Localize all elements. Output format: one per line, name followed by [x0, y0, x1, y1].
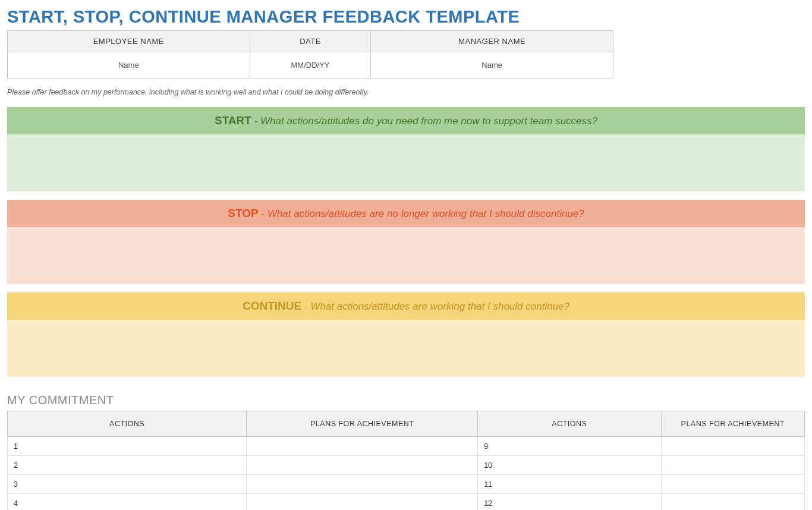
table-row: 4 12: [8, 494, 805, 511]
commit-action-right[interactable]: 10: [478, 456, 661, 475]
stop-input-area[interactable]: [7, 227, 805, 284]
start-header: START - What actions/attitudes do you ne…: [7, 107, 805, 134]
continue-label: CONTINUE: [243, 300, 301, 312]
commit-plan-right[interactable]: [661, 494, 804, 511]
table-row: 1 9: [8, 437, 805, 456]
commit-action-right[interactable]: 9: [478, 437, 661, 456]
commit-header-actions-2: ACTIONS: [478, 411, 661, 437]
commit-header-plans-2: PLANS FOR ACHIEVEMENT: [661, 411, 804, 437]
start-prompt: - What actions/attitudes do you need fro…: [251, 115, 597, 127]
commit-plan-left[interactable]: [247, 494, 478, 511]
commit-header-actions-1: ACTIONS: [8, 411, 247, 437]
commit-action-left[interactable]: 2: [8, 456, 247, 475]
table-row: 2 10: [8, 456, 805, 475]
instruction-text: Please offer feedback on my performance,…: [7, 88, 805, 96]
commitment-title: MY COMMITMENT: [7, 393, 805, 407]
commit-action-left[interactable]: 1: [8, 437, 247, 456]
commit-plan-left[interactable]: [247, 456, 478, 475]
continue-prompt: - What actions/attitudes are working tha…: [301, 301, 569, 312]
table-row: 3 11: [8, 475, 805, 494]
commit-plan-right[interactable]: [661, 456, 804, 475]
page-title: START, STOP, CONTINUE MANAGER FEEDBACK T…: [7, 7, 805, 27]
start-label: START: [215, 114, 251, 127]
continue-section: CONTINUE - What actions/attitudes are wo…: [7, 292, 805, 377]
commit-plan-left[interactable]: [247, 437, 478, 456]
stop-prompt: - What actions/attitudes are no longer w…: [259, 208, 584, 219]
commit-header-plans-1: PLANS FOR ACHIEVEMENT: [247, 411, 478, 437]
info-header-manager: MANAGER NAME: [371, 31, 613, 52]
commit-plan-left[interactable]: [247, 475, 478, 494]
date-field[interactable]: MM/DD/YY: [250, 52, 371, 78]
commit-action-left[interactable]: 4: [8, 494, 247, 511]
info-header-date: DATE: [250, 31, 371, 52]
commit-action-left[interactable]: 3: [8, 475, 247, 494]
commitment-table: ACTIONS PLANS FOR ACHIEVEMENT ACTIONS PL…: [7, 411, 805, 510]
stop-section: STOP - What actions/attitudes are no lon…: [7, 200, 805, 284]
commit-action-right[interactable]: 11: [478, 475, 661, 494]
start-input-area[interactable]: [7, 134, 805, 191]
commit-action-right[interactable]: 12: [478, 494, 661, 511]
stop-label: STOP: [228, 207, 258, 219]
info-table: EMPLOYEE NAME DATE MANAGER NAME Name MM/…: [7, 30, 613, 78]
stop-header: STOP - What actions/attitudes are no lon…: [7, 200, 805, 227]
info-header-employee: EMPLOYEE NAME: [8, 31, 250, 52]
commit-plan-right[interactable]: [661, 437, 804, 456]
continue-header: CONTINUE - What actions/attitudes are wo…: [7, 292, 805, 320]
commit-plan-right[interactable]: [661, 475, 804, 494]
employee-name-field[interactable]: Name: [8, 52, 250, 78]
start-section: START - What actions/attitudes do you ne…: [7, 107, 805, 191]
continue-input-area[interactable]: [7, 320, 805, 377]
manager-name-field[interactable]: Name: [371, 52, 613, 78]
